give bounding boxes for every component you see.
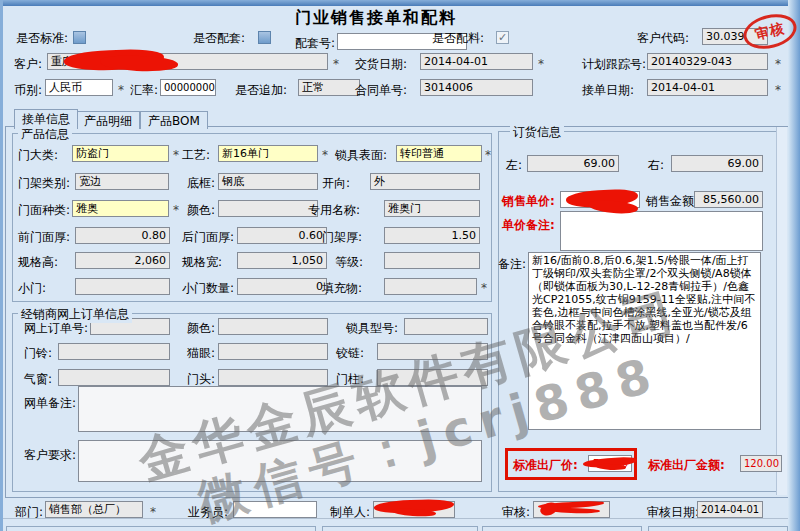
lock-surface-field[interactable]: 转印普通	[396, 145, 482, 162]
tab-order-info[interactable]: 接单信息	[14, 109, 78, 129]
sale-amount-label: 销售金额:	[646, 194, 698, 208]
exchange-rate-field[interactable]: 000000000	[160, 79, 216, 96]
web-note-textarea[interactable]	[78, 386, 482, 432]
bottom-frame-field[interactable]: 钢底	[218, 173, 318, 190]
filler-field[interactable]	[384, 278, 477, 295]
contract-no-label: 合同单号:	[355, 83, 407, 97]
door-category-required-mark: *	[173, 148, 179, 162]
std-amount-label: 标准出厂金额:	[648, 458, 725, 472]
is-material-checkbox-checked-icon[interactable]	[496, 31, 509, 44]
window-left-border	[0, 0, 3, 531]
plan-track-field[interactable]: 20140329-043	[647, 53, 768, 70]
face-type-label: 门面种类:	[18, 203, 70, 217]
std-amount-field[interactable]: 120.00	[740, 455, 782, 472]
currency-field[interactable]: 人民币	[45, 79, 113, 96]
small-door-field[interactable]	[75, 278, 170, 295]
open-direction-field[interactable]: 外	[370, 173, 480, 190]
clipped-groupbox-3	[482, 526, 642, 531]
customer-label: 客户:	[14, 57, 42, 71]
doorbell-field[interactable]	[58, 343, 170, 360]
salesman-label: 业务员:	[188, 505, 228, 519]
order-date-label: 接单日期:	[582, 83, 634, 97]
customer-req-label: 客户要求:	[24, 448, 76, 462]
is-material-label: 是否配料:	[432, 31, 484, 45]
tab-product-detail[interactable]: 产品明细	[76, 111, 140, 129]
is-append-field[interactable]: 正常	[298, 79, 360, 96]
dept-field[interactable]: 销售部（总厂）	[45, 501, 143, 518]
currency-label: 币别:	[14, 83, 42, 97]
sale-price-label: 销售单价:	[502, 194, 555, 208]
color-field[interactable]	[218, 200, 318, 217]
std-price-label: 标准出厂价:	[513, 458, 578, 472]
lock-model-field[interactable]	[404, 318, 488, 335]
right-field[interactable]: 69.00	[671, 155, 763, 172]
doorbell-label: 门铃:	[24, 346, 52, 360]
small-door-qty-field[interactable]: 0	[237, 278, 327, 295]
back-face-label: 后门面厚:	[182, 230, 234, 244]
frame-type-field[interactable]: 宽边	[75, 173, 169, 190]
clipped-groupbox-2	[322, 526, 478, 531]
note-label: 备注:	[498, 257, 526, 271]
lock-surface-label: 锁具表面:	[335, 148, 387, 162]
peephole-field[interactable]	[218, 343, 328, 360]
customer-req-textarea[interactable]	[78, 440, 482, 482]
contract-no-field[interactable]: 3014006	[420, 79, 533, 96]
is-standard-checkbox[interactable]	[73, 31, 86, 44]
salesman-field[interactable]	[233, 501, 317, 518]
special-name-field[interactable]: 雅奥门	[384, 200, 480, 217]
customer-code-label: 客户代码:	[637, 31, 689, 45]
hinge-label: 铰链:	[336, 346, 364, 360]
is-standard-label: 是否标准:	[16, 31, 68, 45]
door-head-field[interactable]	[218, 369, 328, 386]
audit-date-label: 审核日期:	[647, 505, 699, 519]
filler-required-mark: *	[481, 281, 487, 295]
front-face-field[interactable]: 0.80	[75, 227, 170, 244]
craft-label: 工艺:	[182, 148, 210, 162]
door-category-field[interactable]: 防盗门	[72, 145, 169, 162]
auditor-label: 审核:	[502, 505, 530, 519]
customer-required-mark: *	[333, 57, 339, 71]
grade-field[interactable]	[384, 252, 480, 269]
is-kit-checkbox[interactable]	[258, 31, 271, 44]
air-window-label: 气窗:	[24, 372, 52, 386]
frame-thick-field[interactable]: 1.50	[384, 227, 480, 244]
order-window: 门业销售接单和配料 审核 是否标准: 是否配套: 配套号: 是否配料: 客户代码…	[0, 0, 800, 531]
spec-width-field[interactable]: 1,050	[237, 252, 327, 269]
audit-date-field[interactable]: 2014-04-01 1	[697, 501, 763, 518]
price-note-textarea[interactable]	[560, 211, 763, 251]
lock-model-label: 锁具型号:	[346, 321, 398, 335]
door-head-label: 门头:	[187, 372, 215, 386]
web-note-label: 网单备注:	[24, 396, 76, 410]
spec-height-label: 规格高:	[18, 255, 58, 269]
back-face-field[interactable]: 0.60	[237, 227, 327, 244]
order-date-required-mark: *	[775, 83, 781, 97]
left-field[interactable]: 69.00	[527, 155, 619, 172]
hinge-field[interactable]	[377, 343, 488, 360]
order-info-group-label: 订货信息	[510, 124, 564, 141]
order-date-field[interactable]: 2014-04-01	[647, 79, 768, 96]
delivery-date-required-mark: *	[538, 57, 544, 71]
spec-height-field[interactable]: 2,060	[75, 252, 170, 269]
frame-thick-label: 门架厚:	[322, 230, 362, 244]
door-post-field[interactable]	[377, 369, 488, 386]
spec-width-label: 规格宽:	[182, 255, 222, 269]
craft-field[interactable]: 新16单门	[218, 145, 318, 162]
sale-amount-field[interactable]: 85,560.00	[694, 191, 763, 208]
frame-type-label: 门架类别:	[18, 176, 70, 190]
dealer-order-group-label: 经销商网上订单信息	[18, 306, 132, 323]
note-textarea[interactable]: 新16/面前0.8,后0.6,架1.5/铃眼一体/面上打丁级钢印/双头套防尘罩/…	[528, 252, 761, 430]
color-label: 颜色:	[187, 203, 215, 217]
door-category-label: 门大类:	[18, 148, 58, 162]
face-type-field[interactable]: 雅奥	[72, 200, 169, 217]
dealer-color-label: 颜色:	[187, 321, 215, 335]
small-door-label: 小门:	[18, 281, 46, 295]
delivery-date-field[interactable]: 2014-04-01	[420, 53, 533, 70]
air-window-field[interactable]	[58, 369, 170, 386]
grade-label: 等级:	[335, 255, 363, 269]
front-face-label: 前门面厚:	[18, 230, 70, 244]
vertical-scrollbar[interactable]	[776, 127, 787, 495]
door-post-label: 门柱:	[336, 372, 364, 386]
tab-product-bom[interactable]: 产品BOM	[140, 111, 208, 129]
dealer-color-field[interactable]	[218, 318, 328, 335]
craft-required-mark: *	[322, 148, 328, 162]
